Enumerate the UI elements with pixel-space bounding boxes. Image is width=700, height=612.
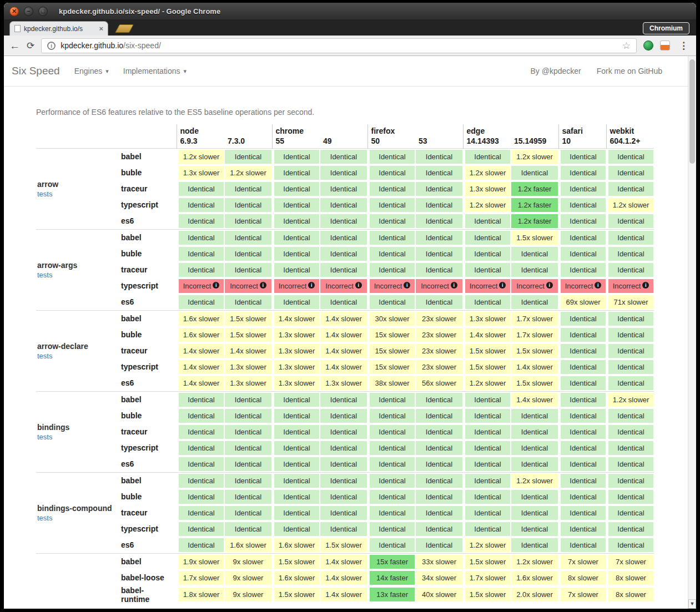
result-cell-slower: 1.2x slower <box>511 474 558 488</box>
result-cell-identical: Identical <box>416 409 462 423</box>
new-tab-button[interactable] <box>115 24 134 33</box>
engine-version: 55 <box>272 136 320 148</box>
tests-link[interactable]: tests <box>37 514 52 522</box>
result-cell-slower: 9x slower <box>225 588 271 601</box>
result-cell-identical: Identical <box>274 214 319 228</box>
result-cell-identical: Identical <box>608 247 653 261</box>
result-cell-identical: Identical <box>370 457 415 471</box>
web-page: Six Speed Engines ▾ Implementations ▾ By… <box>4 56 688 609</box>
result-cell-slower: 1.3x slower <box>274 328 319 342</box>
result-cell-identical: Identical <box>320 522 367 536</box>
browser-tab[interactable]: kpdecker.github.io/s × <box>9 21 108 36</box>
result-cell-identical: Identical <box>179 231 224 245</box>
result-cell-slower: 7x slower <box>561 555 606 569</box>
benchmark-table: nodechromefirefoxedgesafariwebkit6.9.37.… <box>36 124 654 604</box>
result-cell-slower: 1.5x slower <box>511 344 558 358</box>
result-cell-identical: Identical <box>274 490 319 504</box>
benchmark-row: bubleIdenticalIdenticalIdenticalIdentica… <box>36 246 654 262</box>
implementation-label: babel <box>121 472 177 489</box>
scrollbar-thumb[interactable] <box>689 59 695 164</box>
result-cell-identical: Identical <box>225 457 271 471</box>
result-cell-incorrect: Incorrecti <box>225 279 271 293</box>
result-cell-slower: 1.2x slower <box>465 538 510 552</box>
extension-orange-icon[interactable] <box>660 41 670 50</box>
engine-header-webkit: webkit <box>606 124 654 136</box>
by-kpdecker-link[interactable]: By @kpdecker <box>530 67 581 75</box>
result-cell-identical: Identical <box>274 441 319 455</box>
result-cell-identical: Identical <box>465 425 510 439</box>
incorrect-info-icon: i <box>355 282 362 289</box>
window-close-button[interactable]: ✕ <box>9 7 19 16</box>
tab-favicon-icon <box>14 25 21 32</box>
tab-strip: kpdecker.github.io/s × Chromium <box>4 19 696 36</box>
back-icon[interactable]: ← <box>9 41 20 51</box>
benchmark-row: traceurIdenticalIdenticalIdenticalIdenti… <box>36 262 654 278</box>
window-titlebar: ✕ − □ kpdecker.github.io/six-speed/ - Go… <box>4 3 696 19</box>
incorrect-info-icon: i <box>404 282 410 289</box>
result-cell-slower: 1.5x slower <box>465 588 510 601</box>
result-cell-identical: Identical <box>608 360 653 374</box>
result-cell-identical: Identical <box>561 214 606 228</box>
result-cell-identical: Identical <box>179 247 224 261</box>
tests-link[interactable]: tests <box>37 433 52 441</box>
bookmark-star-icon[interactable]: ☆ <box>622 41 631 50</box>
result-cell-slower: 15x slower <box>370 328 415 342</box>
result-cell-slower: 1.6x slower <box>274 571 319 585</box>
result-cell-identical: Identical <box>225 490 271 504</box>
nav-menu-engines[interactable]: Engines ▾ <box>74 67 109 75</box>
window-minimize-button[interactable]: − <box>24 7 33 16</box>
result-cell-identical: Identical <box>608 150 653 164</box>
result-cell-identical: Identical <box>416 231 462 245</box>
page-info-icon[interactable]: i <box>47 42 56 50</box>
result-cell-slower: 1.3x slower <box>225 376 271 390</box>
address-bar[interactable]: i kpdecker.github.io/six-speed/ ☆ <box>41 38 637 53</box>
result-cell-incorrect: Incorrecti <box>370 279 415 293</box>
result-cell-identical: Identical <box>225 506 271 520</box>
scrollbar-down-icon[interactable]: ▼ <box>688 599 696 609</box>
benchmark-row: es6IdenticalIdenticalIdenticalIdenticalI… <box>36 294 654 311</box>
result-cell-identical: Identical <box>225 231 271 245</box>
reload-icon[interactable]: ⟳ <box>27 41 34 50</box>
nav-menu-engines-label: Engines <box>74 67 103 75</box>
result-cell-identical: Identical <box>274 247 319 261</box>
result-cell-identical: Identical <box>561 522 606 536</box>
result-cell-identical: Identical <box>225 263 271 277</box>
result-cell-identical: Identical <box>608 538 653 552</box>
browser-menu-icon[interactable]: ⋮ <box>677 41 691 50</box>
result-cell-identical: Identical <box>370 506 415 520</box>
extension-green-icon[interactable] <box>643 41 653 50</box>
result-cell-identical: Identical <box>320 409 367 423</box>
tests-link[interactable]: tests <box>37 271 52 279</box>
tab-close-icon[interactable]: × <box>99 24 103 33</box>
result-cell-identical: Identical <box>416 538 462 552</box>
benchmark-row: bubleIdenticalIdenticalIdenticalIdentica… <box>36 489 654 505</box>
result-cell-identical: Identical <box>320 506 367 520</box>
window-maximize-button[interactable]: □ <box>38 7 48 16</box>
engine-header-edge: edge <box>463 124 558 136</box>
window-title: kpdecker.github.io/six-speed/ - Google C… <box>59 7 220 16</box>
result-cell-identical: Identical <box>561 328 606 342</box>
result-cell-slower: 1.6x slower <box>179 328 224 342</box>
page-scrollbar[interactable]: ▼ <box>688 56 696 609</box>
implementation-label: typescript <box>121 278 177 294</box>
tests-link[interactable]: tests <box>37 190 52 198</box>
result-cell-slower: 1.4x slower <box>320 555 367 569</box>
site-brand[interactable]: Six Speed <box>12 65 60 77</box>
result-cell-identical: Identical <box>416 441 462 455</box>
result-cell-slower: 23x slower <box>416 328 462 342</box>
engine-version: 49 <box>320 136 367 148</box>
incorrect-info-icon: i <box>595 282 601 289</box>
fork-github-link[interactable]: Fork me on GitHub <box>597 67 662 75</box>
result-cell-identical: Identical <box>274 506 319 520</box>
implementation-label: traceur <box>121 505 177 521</box>
nav-menu-implementations[interactable]: Implementations ▾ <box>123 67 187 75</box>
result-cell-identical: Identical <box>608 409 653 423</box>
result-cell-slower: 1.7x slower <box>465 571 510 585</box>
result-cell-identical: Identical <box>465 247 510 261</box>
result-cell-identical: Identical <box>608 182 653 196</box>
result-cell-identical: Identical <box>416 150 462 164</box>
feature-cell: bindings-compoundtests <box>36 472 121 553</box>
tests-link[interactable]: tests <box>37 352 52 360</box>
benchmark-row: arrow-argstestsbabelIdenticalIdenticalId… <box>36 229 654 246</box>
result-cell-identical: Identical <box>511 263 558 277</box>
